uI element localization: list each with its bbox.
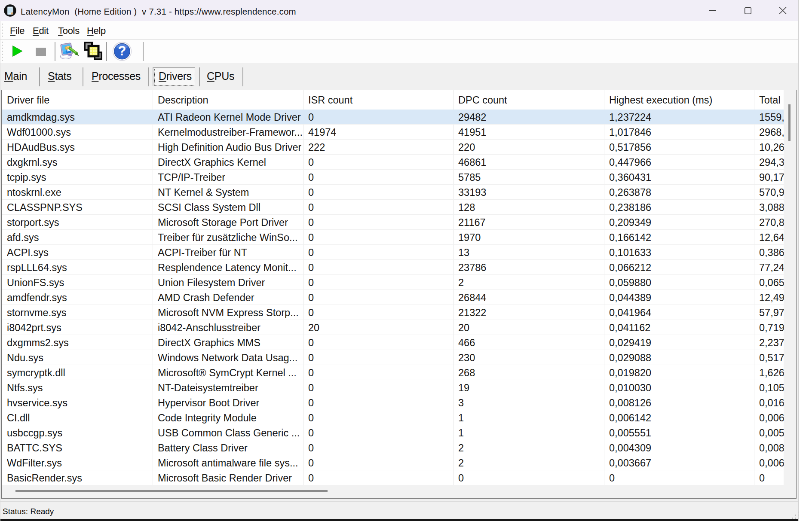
svg-text:?: ? [118,43,126,58]
